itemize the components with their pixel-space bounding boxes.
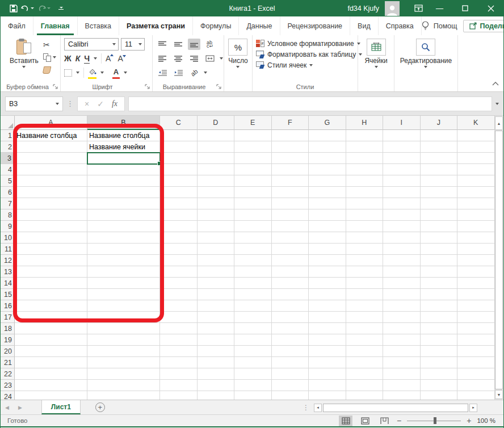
copy-button[interactable] (43, 52, 56, 62)
tab-help[interactable]: Справка (379, 16, 422, 35)
cell-I5[interactable] (383, 175, 421, 187)
cell-F12[interactable] (272, 255, 309, 266)
cell-G16[interactable] (309, 300, 346, 312)
tab-formulas[interactable]: Формулы (193, 16, 239, 35)
cell-H3[interactable] (346, 153, 384, 164)
row-header-6[interactable]: 6 (1, 187, 15, 198)
cell-J10[interactable] (421, 232, 458, 244)
cell-H22[interactable] (346, 368, 384, 380)
cell-D2[interactable] (198, 141, 235, 153)
row-header-4[interactable]: 4 (1, 164, 15, 175)
cell-G5[interactable] (309, 175, 346, 187)
cell-C17[interactable] (160, 312, 198, 323)
cell-D23[interactable] (198, 380, 235, 391)
cell-A15[interactable] (15, 289, 87, 300)
cell-B16[interactable] (87, 300, 160, 312)
cell-D22[interactable] (198, 368, 235, 380)
tab-view[interactable]: Вид (350, 16, 379, 35)
vertical-scrollbar[interactable]: ▲ ▼ (494, 116, 503, 400)
cell-A18[interactable] (15, 323, 87, 334)
share-button[interactable]: Поделиться (463, 20, 504, 32)
cell-E7[interactable] (234, 198, 272, 209)
cell-J9[interactable] (421, 221, 458, 232)
cell-F24[interactable] (272, 391, 309, 400)
cell-H14[interactable] (346, 278, 384, 289)
cell-B24[interactable] (87, 391, 160, 400)
cell-A21[interactable] (15, 357, 87, 368)
cell-I4[interactable] (383, 164, 421, 175)
cell-B15[interactable] (87, 289, 160, 300)
borders-dropdown-icon[interactable] (76, 72, 79, 74)
maximize-button[interactable] (452, 0, 478, 16)
cell-F9[interactable] (272, 221, 309, 232)
scroll-up-icon[interactable]: ▲ (495, 116, 503, 130)
cell-C22[interactable] (160, 368, 198, 380)
format-painter-button[interactable] (43, 65, 56, 75)
cell-G14[interactable] (309, 278, 346, 289)
cell-J5[interactable] (421, 175, 458, 187)
cell-C1[interactable] (160, 130, 198, 141)
row-header-5[interactable]: 5 (1, 175, 15, 187)
cell-G12[interactable] (309, 255, 346, 266)
cell-H23[interactable] (346, 380, 384, 391)
cell-E22[interactable] (234, 368, 272, 380)
cell-B10[interactable] (87, 232, 160, 244)
cell-C12[interactable] (160, 255, 198, 266)
cell-F23[interactable] (272, 380, 309, 391)
sheet-tab[interactable]: Лист1 (41, 400, 81, 414)
cell-H10[interactable] (346, 232, 384, 244)
cell-F13[interactable] (272, 266, 309, 278)
row-header-13[interactable]: 13 (1, 266, 15, 278)
zoom-level[interactable]: 100 % (477, 417, 495, 424)
cell-I22[interactable] (383, 368, 421, 380)
column-header-I[interactable]: I (383, 116, 421, 130)
cell-E6[interactable] (234, 187, 272, 198)
column-header-F[interactable]: F (272, 116, 309, 130)
cell-D3[interactable] (198, 153, 235, 164)
row-header-24[interactable]: 24 (1, 391, 15, 400)
insert-function-icon[interactable]: fx (112, 99, 117, 108)
cell-J17[interactable] (421, 312, 458, 323)
cell-E20[interactable] (234, 346, 272, 357)
cell-I10[interactable] (383, 232, 421, 244)
cell-I14[interactable] (383, 278, 421, 289)
cell-C5[interactable] (160, 175, 198, 187)
cell-B2[interactable]: Название ячейки (87, 141, 160, 153)
cell-E10[interactable] (234, 232, 272, 244)
cell-E13[interactable] (234, 266, 272, 278)
cell-K13[interactable] (457, 266, 495, 278)
cell-G23[interactable] (309, 380, 346, 391)
cell-B8[interactable] (87, 209, 160, 221)
paste-button[interactable]: Вставить (6, 37, 42, 82)
cell-H13[interactable] (346, 266, 384, 278)
cell-B1[interactable]: Название столбца (87, 130, 160, 141)
cell-D15[interactable] (198, 289, 235, 300)
cell-E3[interactable] (234, 153, 272, 164)
cell-K3[interactable] (457, 153, 495, 164)
cell-D17[interactable] (198, 312, 235, 323)
row-header-19[interactable]: 19 (1, 334, 15, 346)
cell-K8[interactable] (457, 209, 495, 221)
clipboard-dialog-launcher-icon[interactable] (53, 84, 58, 90)
column-header-E[interactable]: E (234, 116, 272, 130)
ribbon-display-options-icon[interactable] (410, 0, 427, 16)
cell-H11[interactable] (346, 244, 384, 255)
cell-H19[interactable] (346, 334, 384, 346)
tabbar-resize-handle[interactable]: ⋮ (303, 404, 309, 412)
cell-B20[interactable] (87, 346, 160, 357)
vertical-scroll-thumb[interactable] (495, 131, 503, 389)
align-left-icon[interactable] (156, 53, 169, 64)
cell-J24[interactable] (421, 391, 458, 400)
font-color-button[interactable]: А (112, 66, 120, 79)
cell-G11[interactable] (309, 244, 346, 255)
prev-sheet-icon[interactable]: ◀ (1, 405, 14, 410)
cell-K7[interactable] (457, 198, 495, 209)
cell-J23[interactable] (421, 380, 458, 391)
conditional-formatting-button[interactable]: ≠ Условное форматирование (256, 40, 362, 48)
cell-K19[interactable] (457, 334, 495, 346)
row-header-15[interactable]: 15 (1, 289, 15, 300)
cell-D14[interactable] (198, 278, 235, 289)
alignment-dialog-launcher-icon[interactable] (216, 84, 222, 90)
cell-A11[interactable] (15, 244, 87, 255)
cell-C11[interactable] (160, 244, 198, 255)
